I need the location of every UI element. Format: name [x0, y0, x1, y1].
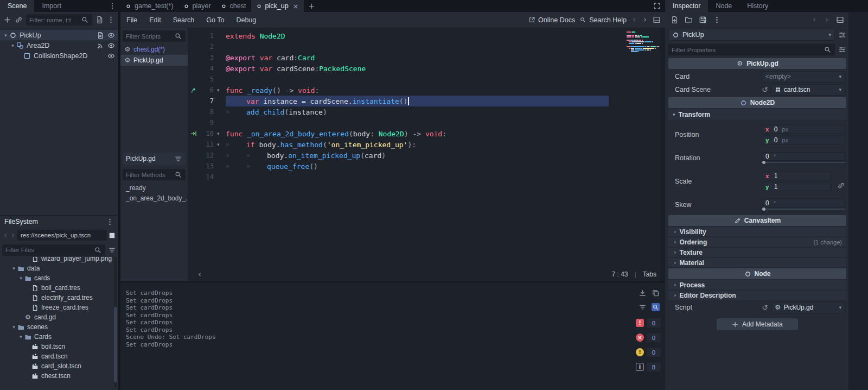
monitors-badge[interactable]: i8	[636, 362, 661, 372]
scene-tab-pick-up[interactable]: pick_up×	[251, 0, 304, 12]
dock-tab-inspector[interactable]: Inspector	[665, 0, 708, 12]
scene-menu-icon[interactable]	[107, 16, 115, 24]
method-ready[interactable]: _ready	[120, 183, 188, 193]
dock-tab-node[interactable]: Node	[708, 0, 739, 12]
script-history-forward-icon[interactable]: ›	[642, 16, 648, 24]
code-line-2[interactable]: 2	[188, 41, 665, 52]
script-item-pickup-gd[interactable]: ⚙PickUp.gd	[120, 55, 188, 66]
section-texture[interactable]: ›Texture	[668, 248, 846, 257]
section-process[interactable]: ›Process	[668, 280, 846, 290]
code-line-1[interactable]: 1extends Node2D	[188, 30, 665, 41]
edited-object-selector[interactable]: PickUp ▾	[668, 29, 835, 41]
code-line-3[interactable]: 3@export var card:Card	[188, 52, 665, 63]
filter-properties-input[interactable]: Filter Properties	[668, 44, 835, 55]
code-editor[interactable]: 1extends Node2D23@export var card:Card4@…	[188, 28, 665, 281]
instance-scene-icon[interactable]	[15, 16, 23, 24]
line-number[interactable]: 13	[200, 162, 217, 170]
dock-tab-import[interactable]: Import	[34, 0, 68, 12]
fs-forward-icon[interactable]: ›	[10, 231, 16, 240]
fs-item-card-tscn[interactable]: card.tscn	[0, 351, 113, 361]
code-line-4[interactable]: 4@export var cardScene:PackedScene	[188, 63, 665, 74]
menu-go-to[interactable]: Go To	[200, 16, 230, 24]
code-line-12[interactable]: 12»»body.on_item_picked_up(card)	[188, 150, 665, 161]
fs-sort-icon[interactable]	[108, 246, 116, 254]
indent-mode-button[interactable]: Tabs	[643, 271, 656, 278]
menu-edit[interactable]: Edit	[143, 16, 167, 24]
panel-toggle-icon[interactable]	[653, 16, 661, 24]
code-minimap[interactable]	[627, 32, 658, 54]
transform-group[interactable]: ▾ Transform	[668, 109, 846, 119]
rotation-slider[interactable]	[762, 162, 845, 165]
hscroll-left-icon[interactable]: ‹	[196, 271, 203, 279]
fs-item-card-slot-tscn[interactable]: card_slot.tscn	[0, 361, 113, 371]
new-resource-icon[interactable]	[671, 16, 679, 24]
history-forward-icon[interactable]: ›	[824, 16, 830, 24]
add-metadata-button[interactable]: + Add Metadata	[717, 318, 798, 330]
history-back-icon[interactable]: ‹	[811, 16, 818, 24]
warnings-badge[interactable]: !0	[636, 348, 661, 357]
line-number[interactable]: 11	[200, 141, 217, 148]
line-number[interactable]: 12	[200, 152, 217, 159]
section-editor-description[interactable]: ›Editor Description	[668, 291, 846, 300]
line-number[interactable]: 10	[200, 130, 217, 137]
eye-icon[interactable]	[107, 52, 115, 60]
code-line-13[interactable]: 13»»queue_free()	[188, 161, 665, 172]
eye-icon[interactable]	[107, 42, 115, 49]
script-value-dropdown[interactable]: ⚙ PickUp.gd ▾	[771, 302, 845, 313]
fs-item-cards[interactable]: ▾Cards	[0, 332, 113, 342]
fs-item-card-gd[interactable]: ⚙card.gd	[0, 312, 113, 322]
fs-back-icon[interactable]: ‹	[2, 231, 9, 240]
scale-y-spinbox[interactable]: y 1	[762, 183, 831, 191]
scene-tab-game-test[interactable]: game_test(*)	[120, 0, 178, 12]
signal-icon[interactable]	[97, 42, 104, 49]
eye-icon[interactable]	[107, 32, 115, 39]
position-x-spinbox[interactable]: x 0 px	[762, 125, 845, 134]
fs-item-freeze-card-tres[interactable]: freeze_card.tres	[0, 303, 113, 312]
save-resource-icon[interactable]	[699, 16, 707, 24]
errors-x-badge[interactable]: ×0	[636, 333, 661, 342]
menu-debug[interactable]: Debug	[230, 16, 262, 24]
filesystem-menu-icon[interactable]	[106, 218, 114, 226]
search-help-button[interactable]: Search Help	[579, 16, 627, 24]
code-line-6[interactable]: 6▾func _ready() -> void:	[188, 85, 665, 96]
line-number[interactable]: 5	[200, 76, 217, 83]
add-node-icon[interactable]	[3, 16, 11, 24]
online-docs-button[interactable]: Online Docs	[528, 16, 575, 24]
fold-icon[interactable]: ▾	[217, 142, 226, 147]
fs-item-electrify-card-tres[interactable]: electrify_card.tres	[0, 293, 113, 303]
line-number[interactable]: 8	[200, 108, 217, 116]
close-tab-icon[interactable]: ×	[293, 2, 299, 10]
fs-item-cards[interactable]: ▾cards	[0, 273, 113, 283]
script-item-chest-gd[interactable]: ⚙chest.gd(*)	[120, 44, 188, 55]
errors-badge[interactable]: !0	[636, 318, 661, 328]
method-on-area-2d-body[interactable]: _on_area_2d_body_...	[120, 193, 188, 203]
fs-scrollbar[interactable]	[114, 257, 117, 388]
fs-item-boil-tscn[interactable]: boil.tscn	[0, 342, 113, 351]
dock-tab-history[interactable]: History	[739, 0, 776, 12]
line-number[interactable]: 2	[200, 43, 217, 51]
fs-item-boil-card-tres[interactable]: boil_card.tres	[0, 283, 113, 293]
object-menu-icon[interactable]	[836, 16, 844, 24]
inspector-scroll-area[interactable]	[848, 12, 868, 390]
code-line-11[interactable]: 11▾»if body.has_method('on_item_picked_u…	[188, 139, 665, 150]
fs-focus-icon[interactable]	[108, 231, 116, 240]
fs-item-data[interactable]: ▾data	[0, 263, 113, 273]
resource-menu-icon[interactable]	[713, 16, 721, 24]
save-log-icon[interactable]	[639, 289, 647, 297]
position-y-spinbox[interactable]: y 0 px	[762, 136, 845, 144]
slider-knob[interactable]	[762, 161, 765, 164]
skew-spinbox[interactable]: 0 °	[762, 199, 845, 207]
line-number[interactable]: 3	[200, 54, 217, 61]
code-line-5[interactable]: 5	[188, 74, 665, 85]
section-material[interactable]: ›Material	[668, 258, 846, 267]
scene-tab-chest[interactable]: chest	[216, 0, 251, 12]
line-number[interactable]: 1	[200, 32, 217, 40]
inspector-extras-icon[interactable]	[838, 31, 846, 39]
revert-icon[interactable]: ↺	[762, 86, 768, 93]
line-number[interactable]: 6	[200, 86, 217, 94]
category-node[interactable]: Node	[668, 268, 846, 279]
line-number[interactable]: 14	[200, 173, 217, 181]
scale-link-icon[interactable]	[837, 181, 845, 190]
rotation-spinbox[interactable]: 0 °	[762, 152, 845, 161]
fs-path[interactable]: res://scenes/pick_up.tscn	[17, 230, 107, 241]
